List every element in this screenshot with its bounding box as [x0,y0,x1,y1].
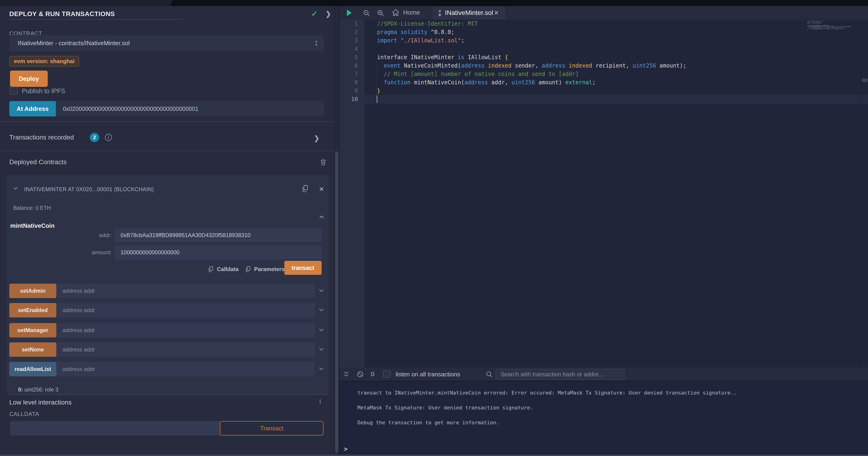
tab-inativeminter-label: INativeMinter.sol [445,9,493,17]
low-level-info-icon[interactable]: i [319,397,321,405]
function-button-setManager[interactable]: setManager [9,323,56,338]
deploy-button[interactable]: Deploy [10,70,48,87]
line-number: 9 [339,87,365,95]
code-token [377,79,384,86]
deployed-contracts-header: Deployed Contracts [9,159,67,166]
code-token: solidity [401,29,428,35]
line-number: 3 [339,36,365,45]
minimap[interactable]: //SPDX-License-Identifier: MITpragma sol… [807,21,852,81]
amount-field-input[interactable] [115,246,321,259]
header-underline [10,19,182,20]
minimap-line [807,31,852,32]
expand-terminal-icon[interactable] [343,371,350,378]
instance-title: INATIVEMINTER AT 0X020...00001 (BLOCKCHA… [24,186,154,193]
calldata-copy-icon[interactable] [208,265,214,273]
panel-scrollbar-thumb[interactable] [335,151,338,453]
instance-balance: Balance: 0 ETH [13,205,51,211]
status-strip [0,455,868,456]
transactions-expand-icon[interactable]: ❯ [314,134,319,142]
select-stepper-icon: ▲▼ [315,39,318,47]
code-token: IAllowList [464,54,505,61]
line-numbers: 12345678910 [339,20,365,104]
indent-guide [376,61,377,95]
instance-expand-icon[interactable] [12,186,19,192]
low-level-title: Low level interactions [9,399,72,406]
code-token: ; [592,79,595,86]
parameters-copy-icon[interactable] [245,265,251,273]
function-input-readAllowList[interactable] [56,362,315,376]
addr-field-input[interactable] [115,228,321,242]
zoom-out-icon[interactable] [363,9,370,17]
line-number: 2 [339,28,365,36]
code-token: amount); [656,62,686,69]
listen-transactions-label: listen on all transactions [396,371,460,378]
remove-instance-icon[interactable]: ✕ [319,186,324,193]
code-token: indexed [569,62,592,69]
parameters-action-label[interactable]: Parameters [254,266,285,273]
collapse-panel-icon[interactable]: ❯ [325,10,331,18]
at-address-button[interactable]: At Address [9,101,56,116]
clear-console-icon[interactable] [356,371,364,378]
contract-select-value: INativeMinter - contracts/INativeMinter.… [18,39,130,47]
function-button-setAdmin[interactable]: setAdmin [9,284,56,298]
transactions-recorded-label: Transactions recorded [9,134,74,141]
minimap-token: ; [822,23,823,24]
publish-ipfs-checkbox[interactable] [10,87,18,94]
code-token: // Mint [amount] number of native coins … [377,71,579,77]
code-line [377,95,686,104]
calldata-input[interactable] [10,421,220,435]
listen-transactions-checkbox[interactable] [383,370,391,378]
function-input-setManager[interactable] [56,323,315,338]
function-button-setEnabled[interactable]: setEnabled [9,303,56,317]
function-input-setAdmin[interactable] [56,284,315,298]
code-token: amount) [535,79,565,86]
at-address-input[interactable] [56,101,324,116]
code-token: event [384,62,401,69]
function-input-setEnabled[interactable] [56,303,315,317]
function-input-setNone[interactable] [56,342,315,357]
tab-home[interactable]: Home [392,8,420,17]
search-icon [486,371,493,378]
calldata-label: CALLDATA [9,411,39,417]
code-editor[interactable]: 12345678910 //SPDX-License-Identifier: M… [339,20,868,367]
zoom-in-icon[interactable] [376,9,384,17]
code-line: // Mint [amount] number of native coins … [377,70,686,78]
code-token: sender, [512,62,542,69]
minimap-token: function [808,28,813,29]
line-number: 5 [339,53,365,61]
terminal-log: transact to INativeMinter.mintNativeCoin… [358,386,737,430]
line-number: 10 [339,95,365,104]
terminal[interactable]: 0 listen on all transactions transact to… [339,367,868,455]
publish-ipfs-label: Publish to IPFS [22,88,65,95]
code-line: function mintNativeCoin(address addr, ui… [377,78,686,87]
tab-inativeminter[interactable]: INativeMinter.sol ✕ [432,6,505,20]
expand-function-icon[interactable] [318,327,325,333]
expand-function-icon[interactable] [318,366,325,372]
expand-function-icon[interactable] [318,346,325,352]
terminal-search-input[interactable] [496,369,625,380]
text-cursor [377,95,377,103]
run-script-icon[interactable] [346,9,352,17]
contract-select[interactable]: INativeMinter - contracts/INativeMinter.… [9,35,324,51]
trash-icon[interactable] [319,158,327,166]
low-level-transact-button[interactable]: Transact [220,421,323,435]
info-icon[interactable] [104,133,113,142]
expand-function-icon[interactable] [318,287,325,294]
transact-button[interactable]: transact [284,261,321,275]
minimap-token: uint256 [851,26,852,27]
amount-field-label: amount: [65,249,112,256]
copy-address-icon[interactable] [301,184,309,193]
code-token: uint256 [512,79,535,86]
minimap-token: "./IAllowList.sol" [811,23,822,24]
home-icon [392,8,400,17]
terminal-prompt[interactable]: > [344,446,348,453]
calldata-action-label[interactable]: Calldata [217,266,239,273]
code-token: address [464,79,488,86]
function-button-setNone[interactable]: setNone [9,342,56,357]
expand-function-icon[interactable] [318,307,325,313]
line-number: 7 [339,70,365,78]
tab-close-icon[interactable]: ✕ [494,9,499,17]
collapse-function-icon[interactable] [318,214,325,220]
code-line: pragma solidity ^0.8.0; [377,28,686,36]
function-button-readAllowList[interactable]: readAllowList [9,362,56,376]
